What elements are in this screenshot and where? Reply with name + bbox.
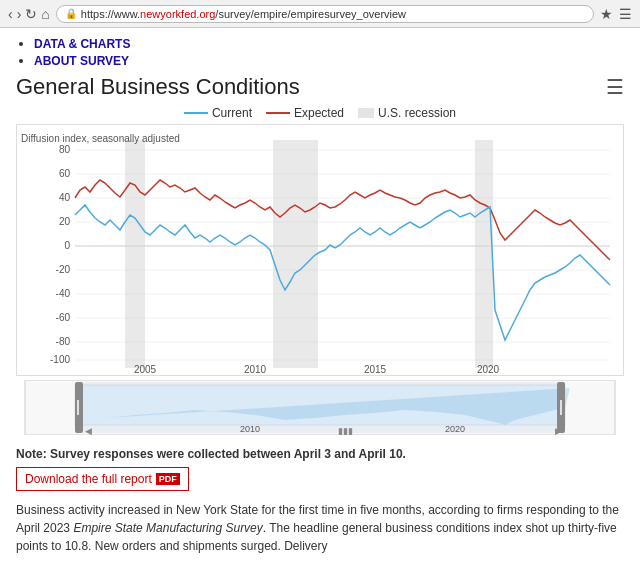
legend-current-line (184, 112, 208, 114)
hamburger-menu-icon[interactable]: ☰ (606, 75, 624, 99)
legend-expected-line (266, 112, 290, 114)
url-text: https://www.newyorkfed.org/survey/empire… (81, 8, 406, 20)
svg-text:2010: 2010 (244, 364, 267, 375)
page-title: General Business Conditions (16, 74, 300, 100)
svg-text:2020: 2020 (445, 424, 465, 434)
back-icon[interactable]: ‹ (8, 6, 13, 22)
download-label: Download the full report (25, 472, 152, 486)
navigator-svg: 2010 2020 ◀ ▮▮▮ ▶ (16, 380, 624, 435)
svg-text:0: 0 (64, 240, 70, 251)
main-chart: Diffusion index, seasonally adjusted 80 … (16, 124, 624, 376)
lock-icon: 🔒 (65, 8, 77, 19)
svg-text:2010: 2010 (240, 424, 260, 434)
data-charts-link[interactable]: DATA & CHARTS (34, 37, 130, 51)
svg-text:-20: -20 (56, 264, 71, 275)
nav-item-data-charts[interactable]: DATA & CHARTS (34, 36, 624, 51)
svg-text:▮▮▮: ▮▮▮ (338, 426, 353, 435)
about-survey-link[interactable]: ABOUT SURVEY (34, 54, 129, 68)
chart-legend: Current Expected U.S. recession (16, 106, 624, 120)
nav-item-about-survey[interactable]: ABOUT SURVEY (34, 53, 624, 68)
main-content: General Business Conditions ☰ Current Ex… (0, 74, 640, 561)
svg-text:-40: -40 (56, 288, 71, 299)
menu-icon[interactable]: ☰ (619, 6, 632, 22)
svg-text:▶: ▶ (555, 426, 562, 435)
svg-text:2015: 2015 (364, 364, 387, 375)
legend-expected: Expected (266, 106, 344, 120)
svg-text:-60: -60 (56, 312, 71, 323)
svg-text:20: 20 (59, 216, 71, 227)
navigator-container[interactable]: 2010 2020 ◀ ▮▮▮ ▶ (16, 380, 624, 435)
bookmark-icon[interactable]: ★ (600, 6, 613, 22)
svg-text:2020: 2020 (477, 364, 500, 375)
svg-rect-23 (475, 140, 493, 368)
svg-rect-21 (125, 140, 145, 368)
title-row: General Business Conditions ☰ (16, 74, 624, 100)
forward-icon[interactable]: › (17, 6, 22, 22)
nav-links: DATA & CHARTS ABOUT SURVEY (0, 28, 640, 74)
download-link-container: Download the full report PDF (16, 467, 624, 491)
browser-nav-icons: ‹ › ↻ ⌂ (8, 6, 50, 22)
legend-expected-label: Expected (294, 106, 344, 120)
browser-bar: ‹ › ↻ ⌂ 🔒 https://www.newyorkfed.org/sur… (0, 0, 640, 28)
url-bar[interactable]: 🔒 https://www.newyorkfed.org/survey/empi… (56, 5, 594, 23)
legend-recession-label: U.S. recession (378, 106, 456, 120)
svg-text:2005: 2005 (134, 364, 157, 375)
chart-svg: 80 60 40 20 0 -20 -40 -60 -80 -100 (17, 125, 623, 375)
refresh-icon[interactable]: ↻ (25, 6, 37, 22)
legend-current-label: Current (212, 106, 252, 120)
download-link[interactable]: Download the full report PDF (16, 467, 189, 491)
svg-text:40: 40 (59, 192, 71, 203)
svg-rect-32 (83, 382, 557, 433)
svg-rect-0 (25, 125, 615, 375)
survey-note: Note: Survey responses were collected be… (16, 447, 624, 461)
svg-rect-22 (273, 140, 318, 368)
url-domain: newyorkfed.org (140, 8, 215, 20)
url-path: /survey/empire/empiresurvey_overview (215, 8, 406, 20)
home-icon[interactable]: ⌂ (41, 6, 49, 22)
legend-recession-box (358, 108, 374, 118)
legend-current: Current (184, 106, 252, 120)
svg-text:◀: ◀ (85, 426, 92, 435)
chart-y-label: Diffusion index, seasonally adjusted (21, 133, 180, 144)
svg-text:-100: -100 (50, 354, 70, 365)
svg-text:80: 80 (59, 144, 71, 155)
svg-text:-80: -80 (56, 336, 71, 347)
pdf-badge: PDF (156, 473, 180, 485)
body-text: Business activity increased in New York … (16, 501, 624, 555)
svg-text:60: 60 (59, 168, 71, 179)
svg-rect-30 (75, 382, 83, 433)
legend-recession: U.S. recession (358, 106, 456, 120)
